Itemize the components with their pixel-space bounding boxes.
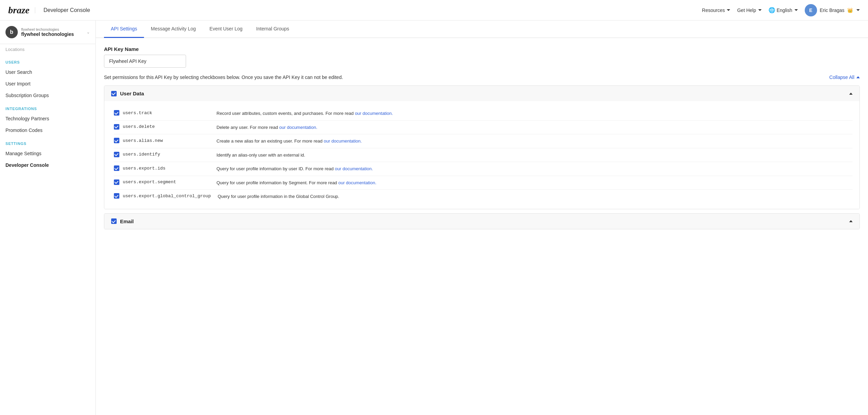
chevron-down-icon (758, 9, 762, 11)
sidebar-item-user-import[interactable]: User Import (0, 78, 95, 90)
chevron-up-icon (849, 220, 853, 222)
sidebar-item-manage-settings[interactable]: Manage Settings (0, 148, 95, 159)
sidebar-item-technology-partners[interactable]: Technology Partners (0, 113, 95, 124)
chevron-down-icon (794, 9, 798, 11)
users-identify-checkbox[interactable] (114, 152, 119, 157)
workspace-icon: b (5, 26, 18, 38)
language-button[interactable]: 🌐 English (768, 7, 798, 13)
workspace-info: flywheel techonologies flywheel techonol… (21, 27, 83, 37)
sidebar-section-integrations: INTEGRATIONS Technology Partners Promoti… (0, 101, 95, 136)
users-export-ids-checkbox[interactable] (114, 165, 119, 171)
permission-desc: Query for user profile information in th… (218, 193, 339, 200)
chevron-down-icon (856, 9, 860, 11)
permission-desc: Query for user profile information by us… (216, 165, 373, 172)
avatar: E (805, 4, 817, 16)
permission-code: users.export.global_control_group (123, 193, 211, 199)
language-label: English (777, 8, 792, 13)
users-export-gcg-checkbox[interactable] (114, 193, 119, 199)
sidebar-item-user-search[interactable]: User Search (0, 66, 95, 78)
api-key-name-group: API Key Name (104, 46, 860, 68)
collapse-all-button[interactable]: Collapse All (829, 75, 860, 80)
resources-label: Resources (702, 8, 725, 13)
permission-code: users.delete (123, 124, 155, 129)
tab-event-user-log[interactable]: Event User Log (203, 21, 250, 38)
page-title: Developer Console (35, 7, 90, 13)
permission-link[interactable]: our documentation. (355, 111, 393, 116)
permission-link[interactable]: our documentation. (279, 125, 317, 130)
sidebar: b flywheel techonologies flywheel techon… (0, 21, 96, 415)
permission-code: users.export.segment (123, 179, 176, 185)
permission-code: users.export.ids (123, 166, 166, 171)
api-key-name-input[interactable] (104, 55, 186, 68)
user-info: E Eric Bragas 👑 (805, 4, 860, 16)
sidebar-section-label-settings: SETTINGS (0, 136, 95, 148)
chevron-down-icon[interactable]: ⌄ (87, 30, 90, 35)
permission-row-users-identify: users.identify Identify an alias-only us… (114, 148, 853, 162)
sidebar-faded-item: Locations (0, 44, 95, 55)
tabs-bar: API Settings Message Activity Log Event … (96, 21, 868, 38)
permissions-desc-text: Set permissions for this API Key by sele… (104, 75, 343, 80)
content-area: API Settings Message Activity Log Event … (96, 21, 868, 415)
workspace-selector[interactable]: b flywheel techonologies flywheel techon… (0, 21, 95, 44)
sidebar-section-users: USERS User Search User Import Subscripti… (0, 55, 95, 101)
navbar-right: Resources Get Help 🌐 English E Eric Brag… (702, 4, 860, 16)
permission-link[interactable]: our documentation. (335, 166, 373, 171)
chevron-up-icon (856, 76, 860, 78)
user-name: Eric Bragas (820, 8, 844, 13)
permission-section-email: Email (104, 213, 860, 229)
permission-section-body-user-data: users.track Record user attributes, cust… (104, 101, 859, 209)
permission-row-left: users.alias.new (114, 138, 210, 143)
crown-icon: 👑 (847, 8, 853, 13)
get-help-button[interactable]: Get Help (737, 8, 761, 13)
chevron-down-icon (727, 9, 730, 11)
get-help-label: Get Help (737, 8, 756, 13)
permission-desc: Identify an alias-only user with an exte… (216, 152, 305, 159)
sidebar-item-promotion-codes[interactable]: Promotion Codes (0, 124, 95, 136)
permission-row-users-track: users.track Record user attributes, cust… (114, 107, 853, 121)
permission-row-users-export-gcg: users.export.global_control_group Query … (114, 190, 853, 203)
permission-desc: Query for user profile information by Se… (216, 179, 377, 186)
users-export-segment-checkbox[interactable] (114, 179, 119, 185)
permission-link[interactable]: our documentation. (324, 138, 362, 144)
tab-api-settings[interactable]: API Settings (104, 21, 144, 38)
users-track-checkbox[interactable] (114, 110, 119, 116)
permission-section-title-user-data: User Data (111, 91, 144, 96)
api-key-name-label: API Key Name (104, 46, 860, 52)
main-layout: b flywheel techonologies flywheel techon… (0, 21, 868, 415)
email-checkbox[interactable] (111, 218, 117, 224)
permission-link[interactable]: our documentation. (338, 180, 376, 185)
permission-section-title-email: Email (111, 218, 134, 224)
permission-row-left: users.export.ids (114, 165, 210, 171)
permission-row-left: users.track (114, 110, 210, 116)
users-alias-new-checkbox[interactable] (114, 138, 119, 143)
permission-code: users.alias.new (123, 138, 163, 143)
sidebar-section-label-integrations: INTEGRATIONS (0, 101, 95, 113)
resources-button[interactable]: Resources (702, 8, 731, 13)
sidebar-item-developer-console[interactable]: Developer Console (0, 159, 95, 171)
sidebar-section-settings: SETTINGS Manage Settings Developer Conso… (0, 136, 95, 171)
permission-desc: Create a new alias for an existing user.… (216, 138, 362, 145)
permission-section-header-email[interactable]: Email (104, 214, 859, 229)
user-data-checkbox[interactable] (111, 91, 117, 96)
permission-section-header-user-data[interactable]: User Data (104, 86, 859, 101)
permission-row-left: users.delete (114, 124, 210, 130)
globe-icon: 🌐 (768, 7, 775, 13)
tab-internal-groups[interactable]: Internal Groups (249, 21, 296, 38)
sidebar-section-label-users: USERS (0, 55, 95, 66)
permission-row-users-delete: users.delete Delete any user. For more r… (114, 121, 853, 135)
content-body: API Key Name Set permissions for this AP… (96, 38, 868, 415)
permission-row-left: users.export.segment (114, 179, 210, 185)
permission-row-left: users.export.global_control_group (114, 193, 211, 199)
braze-logo: braze (8, 5, 29, 16)
permission-desc: Record user attributes, custom events, a… (216, 110, 393, 117)
permission-desc: Delete any user. For more read our docum… (216, 124, 317, 131)
tab-message-activity-log[interactable]: Message Activity Log (144, 21, 203, 38)
permissions-description-row: Set permissions for this API Key by sele… (104, 75, 860, 80)
workspace-name-small: flywheel techonologies (21, 27, 83, 31)
permission-row-left: users.identify (114, 152, 210, 157)
users-delete-checkbox[interactable] (114, 124, 119, 130)
permission-row-users-export-segment: users.export.segment Query for user prof… (114, 176, 853, 190)
workspace-name-large: flywheel techonologies (21, 31, 83, 37)
permission-row-users-alias-new: users.alias.new Create a new alias for a… (114, 134, 853, 148)
sidebar-item-subscription-groups[interactable]: Subscription Groups (0, 90, 95, 101)
